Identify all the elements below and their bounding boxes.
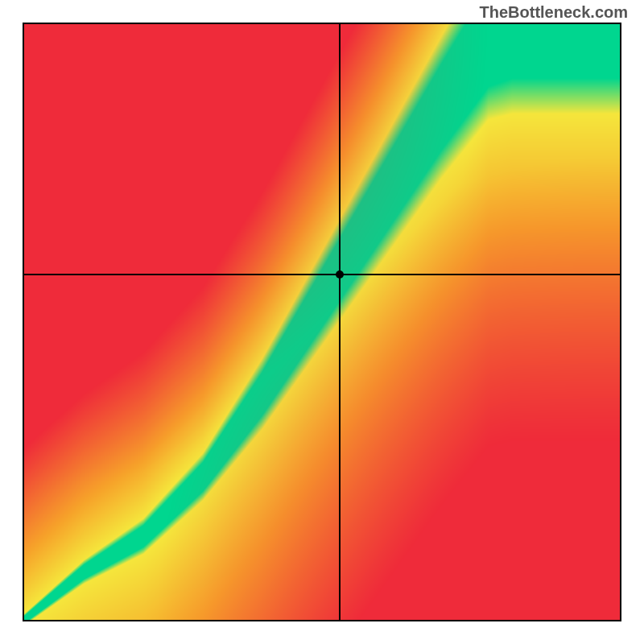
marker-dot bbox=[336, 270, 344, 279]
crosshair-horizontal bbox=[24, 274, 620, 275]
watermark-text: TheBottleneck.com bbox=[480, 3, 628, 22]
crosshair-vertical bbox=[339, 24, 341, 620]
heatmap-canvas bbox=[24, 24, 620, 620]
chart-frame bbox=[23, 23, 621, 621]
